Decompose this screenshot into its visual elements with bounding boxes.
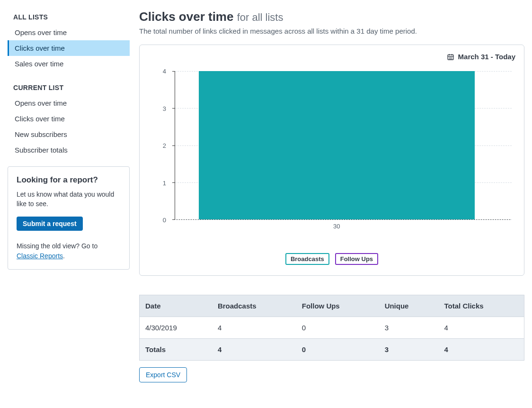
all-lists-header: ALL LISTS [8, 9, 130, 25]
bar-broadcasts[interactable] [199, 71, 475, 219]
svg-point-9 [452, 58, 452, 59]
table-header: Follow Ups [296, 295, 379, 317]
sidebar-item-all-1[interactable]: Clicks over time [8, 40, 130, 56]
table-cell: 3 [379, 317, 439, 339]
table-totals-row: Totals4034 [140, 339, 524, 361]
chart-plot: 30 [175, 71, 512, 220]
page-title-sub: for all lists [237, 11, 284, 23]
totals-cell: 4 [212, 339, 296, 361]
table-header: Total Clicks [439, 295, 524, 317]
card-foot-post: . [63, 252, 65, 260]
sidebar-item-current-0[interactable]: Opens over time [8, 95, 130, 111]
y-tick-label: 2 [163, 142, 166, 149]
report-request-card: Looking for a report? Let us know what d… [8, 166, 130, 270]
data-table: DateBroadcastsFollow UpsUniqueTotal Clic… [139, 295, 524, 361]
table-header: Unique [379, 295, 439, 317]
all-lists-nav: Opens over timeClicks over timeSales ove… [8, 25, 130, 72]
y-tick-label: 3 [163, 105, 166, 112]
current-list-header: CURRENT LIST [8, 80, 130, 95]
date-range-picker[interactable]: March 31 - Today [148, 53, 515, 61]
sidebar-item-all-0[interactable]: Opens over time [8, 25, 130, 40]
table-header: Broadcasts [212, 295, 296, 317]
x-tick-label: 30 [333, 223, 340, 230]
sidebar-item-current-2[interactable]: New subscribers [8, 127, 130, 142]
card-text: Let us know what data you would like to … [17, 190, 121, 209]
submit-request-button[interactable]: Submit a request [17, 217, 83, 231]
totals-cell: 0 [296, 339, 379, 361]
current-list-nav: Opens over timeClicks over timeNew subsc… [8, 95, 130, 158]
svg-point-5 [450, 57, 451, 58]
page-title-main: Clicks over time [139, 9, 233, 24]
main-content: Clicks over time for all lists The total… [130, 9, 524, 382]
card-footer: Missing the old view? Go to Classic Repo… [17, 241, 121, 262]
classic-reports-link[interactable]: Classic Reports [17, 252, 63, 260]
card-title: Looking for a report? [17, 175, 121, 185]
chart-area: 01234 30 [148, 71, 515, 232]
table-cell: 4 [439, 317, 524, 339]
sidebar-item-current-3[interactable]: Subscriber totals [8, 142, 130, 158]
table-cell: 4 [212, 317, 296, 339]
sidebar-item-all-2[interactable]: Sales over time [8, 56, 130, 72]
svg-point-7 [449, 58, 450, 59]
totals-cell: 3 [379, 339, 439, 361]
svg-point-6 [452, 57, 452, 58]
totals-cell: 4 [439, 339, 524, 361]
chart-legend: Broadcasts Follow Ups [148, 253, 515, 265]
y-tick-label: 4 [163, 68, 166, 75]
legend-broadcasts[interactable]: Broadcasts [285, 253, 329, 265]
card-foot-pre: Missing the old view? Go to [17, 242, 98, 250]
sidebar: ALL LISTS Opens over timeClicks over tim… [8, 9, 130, 382]
table-row: 4/30/20194034 [140, 317, 524, 339]
svg-point-8 [450, 58, 451, 59]
totals-label: Totals [140, 339, 212, 361]
y-tick-label: 0 [163, 217, 166, 224]
date-range-label: March 31 - Today [458, 53, 515, 61]
table-cell: 0 [296, 317, 379, 339]
page-description: The total number of links clicked in mes… [139, 27, 524, 35]
export-csv-button[interactable]: Export CSV [139, 367, 187, 382]
sidebar-item-current-1[interactable]: Clicks over time [8, 111, 130, 127]
page-title: Clicks over time for all lists [139, 9, 524, 24]
svg-point-4 [449, 57, 450, 58]
legend-followups[interactable]: Follow Ups [335, 253, 378, 265]
table-cell: 4/30/2019 [140, 317, 212, 339]
y-tick-label: 1 [163, 179, 166, 186]
calendar-icon [447, 53, 454, 61]
chart-card: March 31 - Today 01234 30 Broadcasts Fol… [139, 45, 524, 276]
table-header: Date [140, 295, 212, 317]
